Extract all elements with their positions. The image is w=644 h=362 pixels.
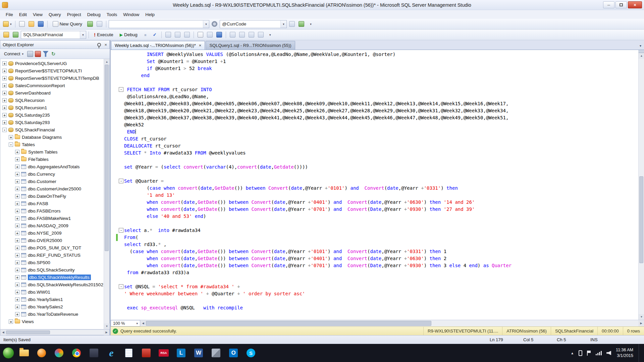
- available-databases-combobox[interactable]: SQLShackFinancial▾: [21, 31, 86, 39]
- hidden-icons-chevron[interactable]: ▲: [571, 351, 574, 355]
- taskbar-clock[interactable]: 11:36 AM 3/1/2015: [616, 347, 633, 359]
- tree-item[interactable]: +dbo.SP500: [0, 259, 104, 266]
- debug-button[interactable]: ▶Debug: [117, 31, 140, 39]
- fold-toggle-icon[interactable]: -: [119, 284, 123, 289]
- tree-item[interactable]: +SQLSaturday235: [0, 111, 104, 119]
- code-text[interactable]: @Week01,@Week02,@Week03,@Week04,@Week05,…: [124, 100, 638, 107]
- stop-icon[interactable]: [35, 51, 41, 57]
- disconnect-icon[interactable]: [27, 51, 33, 57]
- menu-item-help[interactable]: Help: [142, 11, 158, 18]
- tree-item[interactable]: +dbo.OVER25000: [0, 237, 104, 244]
- code-text[interactable]: @Week52: [124, 121, 638, 128]
- code-text[interactable]: when convert(date,GetDate()) between Con…: [124, 262, 638, 269]
- code-text[interactable]: [124, 276, 638, 283]
- filter-icon[interactable]: [43, 51, 49, 57]
- minimize-button[interactable]: ─: [603, 1, 614, 8]
- code-text[interactable]: when convert(date,GetDate()) between Con…: [124, 255, 638, 262]
- execute-button[interactable]: !Execute: [91, 31, 116, 39]
- scrollbar-thumb[interactable]: [146, 321, 431, 326]
- taskbar-paint[interactable]: [53, 347, 65, 359]
- menu-item-tools[interactable]: Tools: [104, 11, 120, 18]
- uncomment-button[interactable]: [238, 31, 246, 39]
- parse-button[interactable]: ✓: [151, 31, 159, 39]
- query-options-button[interactable]: [183, 31, 191, 39]
- open-file-button[interactable]: [27, 20, 36, 28]
- tablet-icon[interactable]: [579, 350, 582, 356]
- expander-icon[interactable]: +: [15, 165, 19, 169]
- tree-item[interactable]: +dbo.WW01: [0, 288, 104, 296]
- object-explorer-header[interactable]: Object Explorer ×: [0, 40, 110, 49]
- tree-item[interactable]: +dbo.YearlySales1: [0, 296, 104, 303]
- code-text[interactable]: Set @Kounter1 = @Kounter1 +1: [124, 58, 638, 65]
- code-text[interactable]: '1 and 13': [124, 192, 638, 199]
- expander-icon[interactable]: +: [15, 275, 19, 280]
- tree-item[interactable]: +FileTables: [0, 156, 104, 163]
- code-text[interactable]: [124, 297, 638, 304]
- estimated-plan-button[interactable]: [173, 31, 182, 39]
- change-database-button[interactable]: [11, 31, 20, 39]
- code-text[interactable]: if @Kounter1 > 52 break: [124, 65, 638, 72]
- save-button[interactable]: [37, 20, 45, 28]
- scroll-up-icon[interactable]: ▲: [104, 59, 110, 65]
- tree-item[interactable]: +dbo.AggregatesAndTotals: [0, 163, 104, 170]
- toolbar-options-button[interactable]: ▾: [266, 31, 274, 39]
- currcode-combobox[interactable]: @CurrCode▾: [220, 20, 287, 28]
- maximize-button[interactable]: [615, 1, 627, 8]
- taskbar-notepad[interactable]: [123, 347, 135, 359]
- menu-item-view[interactable]: View: [30, 11, 46, 18]
- taskbar-internet-explorer[interactable]: e: [105, 347, 117, 359]
- expander-icon[interactable]: +: [15, 231, 19, 235]
- expander-icon[interactable]: +: [15, 297, 19, 302]
- start-button[interactable]: [3, 347, 14, 359]
- tree-item[interactable]: +ReportServer$STEVETOPMULTI: [0, 67, 104, 74]
- code-text[interactable]: [124, 157, 638, 164]
- tree-item[interactable]: +ReportServer$STEVETOPMULTITempDB: [0, 74, 104, 82]
- code-text[interactable]: [124, 220, 638, 227]
- tree-item[interactable]: +dbo.DateOnTheFly: [0, 192, 104, 200]
- tree-item[interactable]: +System Tables: [0, 148, 104, 156]
- taskbar-chrome[interactable]: [70, 347, 83, 359]
- expander-icon[interactable]: +: [15, 209, 19, 213]
- code-text[interactable]: DEALLOCATE rt_cursor: [124, 142, 638, 149]
- taskbar-snipping-tool[interactable]: [210, 347, 222, 359]
- object-explorer-vertical-scrollbar[interactable]: ▲ ▼: [104, 59, 109, 329]
- code-text[interactable]: exec sp_executesql @NSQL with recompile: [124, 304, 638, 311]
- decrease-indent-button[interactable]: [247, 31, 256, 39]
- connect-button[interactable]: Connect▾: [2, 51, 25, 57]
- tree-item[interactable]: +dbo.FASBMakeNew1: [0, 215, 104, 222]
- tree-item[interactable]: +SQLSaturday293: [0, 119, 104, 126]
- database-engine-query-button[interactable]: [86, 20, 94, 28]
- expander-icon[interactable]: +: [15, 157, 19, 162]
- tree-item[interactable]: +Database Diagrams: [0, 133, 104, 141]
- tree-item[interactable]: +dbo.Customer: [0, 178, 104, 185]
- pin-icon[interactable]: [97, 43, 101, 47]
- taskbar-media-player[interactable]: [36, 347, 48, 359]
- tree-item[interactable]: -Tables: [0, 141, 104, 148]
- new-query-button[interactable]: New Query: [50, 20, 85, 28]
- tree-item[interactable]: +dbo.FASB: [0, 200, 104, 207]
- expander-icon[interactable]: +: [2, 83, 7, 88]
- specify-template-values-button[interactable]: [164, 31, 172, 39]
- taskbar-word[interactable]: W: [193, 347, 205, 359]
- tree-item[interactable]: +dbo.CustomerUnder25000: [0, 185, 104, 192]
- comment-button[interactable]: [228, 31, 237, 39]
- code-editor[interactable]: INSERT @WeeklyValues VALUES (@SolutionsA…: [111, 50, 638, 320]
- registered-servers-button[interactable]: [297, 20, 306, 28]
- fold-toggle-icon[interactable]: -: [119, 87, 123, 92]
- tree-item[interactable]: +SQLRecursion1: [0, 104, 104, 111]
- code-text[interactable]: END: [124, 128, 638, 135]
- results-to-file-button[interactable]: [215, 31, 223, 39]
- code-text[interactable]: set @NSQL = 'select * from #rawdata34 ' …: [124, 283, 638, 290]
- code-text[interactable]: (case when convert(date,GetDate()) betwe…: [124, 185, 638, 192]
- chevron-down-icon[interactable]: ▾: [203, 20, 209, 28]
- menu-item-window[interactable]: Window: [120, 11, 142, 18]
- document-tab-2[interactable]: SQLQuery1.sql - R9...TRION\ssimon (55)): [206, 41, 295, 50]
- expander-icon[interactable]: +: [15, 224, 19, 228]
- debug-locations-button[interactable]: [288, 20, 296, 28]
- expander-icon[interactable]: +: [15, 268, 19, 272]
- tree-item[interactable]: +dbo.YearlySales2: [0, 303, 104, 310]
- scroll-left-icon[interactable]: ◀: [0, 329, 6, 335]
- expander-icon[interactable]: +: [15, 253, 19, 257]
- code-text[interactable]: INSERT @WeeklyValues VALUES (@SolutionsA…: [124, 51, 638, 58]
- document-tab-1[interactable]: Weekly Leads.sql -...TRION\ssimon (56))*…: [111, 41, 205, 50]
